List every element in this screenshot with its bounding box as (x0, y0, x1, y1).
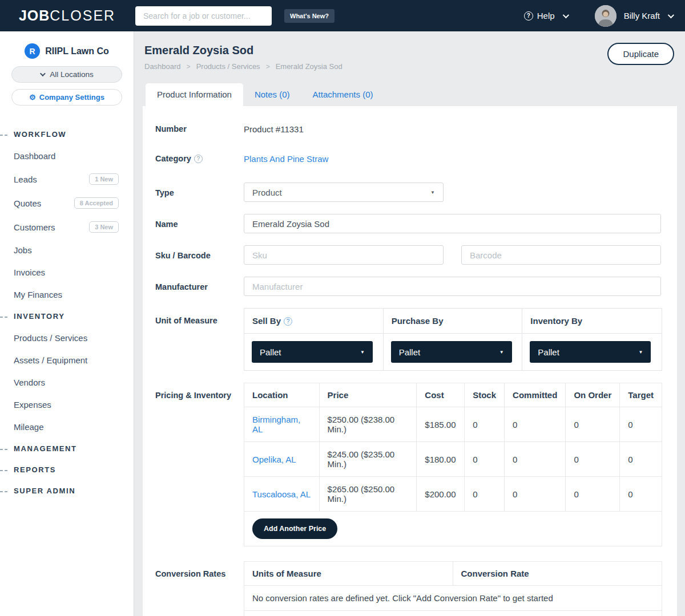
nav-label: Mileage (14, 422, 44, 432)
breadcrumb-separator-icon: > (187, 63, 191, 71)
sidebar-item-vendors[interactable]: Vendors (0, 371, 134, 394)
location-link[interactable]: Opelika, AL (252, 455, 296, 464)
global-search-input[interactable] (135, 6, 272, 26)
col-target: Target (620, 383, 662, 407)
nav-section-inventory[interactable]: INVENTORY (0, 306, 134, 327)
sidebar-item-invoices[interactable]: Invoices (0, 261, 134, 283)
tab-attachments[interactable]: Attachments (0) (301, 83, 385, 106)
nav-label: Leads (14, 175, 37, 184)
location-link[interactable]: Birmingham, AL (252, 415, 300, 434)
price-cell: $250.00 ($238.00 Min.) (319, 407, 417, 442)
sidebar-item-products-services[interactable]: Products / Services (0, 327, 134, 349)
sell-by-select[interactable]: Pallet ▼ (252, 341, 373, 363)
user-avatar (595, 5, 616, 27)
sidebar-item-quotes[interactable]: Quotes 8 Accepted (0, 191, 134, 215)
breadcrumb-dashboard[interactable]: Dashboard (144, 62, 181, 71)
purchase-by-header: Purchase By (384, 309, 523, 334)
tab-notes[interactable]: Notes (0) (243, 83, 301, 106)
purchase-by-select[interactable]: Pallet ▼ (391, 341, 512, 363)
sidebar-item-dashboard[interactable]: Dashboard (0, 145, 134, 167)
sell-by-help-icon[interactable]: ? (284, 317, 292, 326)
category-help-icon[interactable]: ? (194, 155, 203, 163)
field-row-unit-of-measure: Unit of Measure Sell By? Purchase By Inv… (155, 308, 661, 371)
manufacturer-label: Manufacturer (155, 277, 244, 293)
customers-badge: 3 New (89, 221, 119, 233)
stock-cell: 0 (465, 407, 505, 442)
company-settings-button[interactable]: ⚙ Company Settings (11, 89, 122, 106)
sidebar: R RIIPL Lawn Co All Locations ⚙ Company … (0, 31, 134, 616)
type-label: Type (155, 183, 244, 199)
manufacturer-input[interactable] (244, 277, 661, 296)
col-cost: Cost (417, 383, 465, 407)
sku-barcode-label: Sku / Barcode (155, 245, 244, 262)
target-cell: 0 (620, 442, 662, 477)
on-order-cell: 0 (566, 442, 620, 477)
chevron-down-icon (562, 11, 569, 18)
cost-cell: $180.00 (417, 442, 465, 477)
target-cell: 0 (620, 407, 662, 442)
unit-of-measure-table: Sell By? Purchase By Inventory By Pallet… (244, 308, 662, 371)
locations-selector[interactable]: All Locations (11, 66, 122, 83)
target-cell: 0 (620, 477, 662, 512)
number-label: Number (155, 123, 244, 135)
inventory-by-header: Inventory By (522, 309, 662, 334)
select-arrow-icon: ▼ (499, 350, 504, 355)
quotes-badge: 8 Accepted (74, 197, 119, 209)
purchase-by-value: Pallet (399, 347, 421, 357)
chevron-down-icon (668, 11, 674, 18)
sidebar-item-mileage[interactable]: Mileage (0, 416, 134, 438)
name-input[interactable] (244, 214, 661, 233)
help-menu[interactable]: ? Help (524, 11, 567, 21)
conversion-rates-label: Conversion Rates (155, 561, 244, 580)
cost-cell: $200.00 (417, 477, 465, 512)
whats-new-button[interactable]: What's New? (284, 9, 335, 23)
sidebar-item-customers[interactable]: Customers 3 New (0, 215, 134, 239)
nav-label: My Finances (14, 290, 62, 299)
sidebar-item-leads[interactable]: Leads 1 New (0, 167, 134, 191)
inventory-by-value: Pallet (538, 347, 559, 357)
on-order-cell: 0 (566, 477, 620, 512)
col-conversion-rate: Conversion Rate (453, 562, 662, 586)
nav-section-super-admin[interactable]: SUPER ADMIN (0, 480, 134, 501)
sidebar-item-assets-equipment[interactable]: Assets / Equipment (0, 349, 134, 371)
company-logo-icon: R (25, 43, 40, 59)
breadcrumb-products-services[interactable]: Products / Services (196, 62, 260, 71)
nav-section-workflow[interactable]: WORKFLOW (0, 124, 134, 145)
nav-label: Assets / Equipment (14, 355, 87, 365)
category-label: Category? (155, 153, 244, 165)
tab-product-information[interactable]: Product Information (146, 83, 243, 106)
breadcrumb-current: Emerald Zoysia Sod (276, 62, 342, 71)
top-bar: JOBCLOSER What's New? ? Help Billy (0, 0, 685, 31)
stock-cell: 0 (465, 442, 505, 477)
sidebar-item-my-finances[interactable]: My Finances (0, 283, 134, 306)
location-link[interactable]: Tuscaloosa, AL (252, 489, 311, 499)
type-select[interactable]: Product ▼ (244, 183, 444, 202)
user-menu[interactable]: Billy Kraft (595, 5, 672, 27)
category-label-text: Category (155, 154, 191, 163)
add-another-price-button[interactable]: Add Another Price (252, 518, 337, 539)
nav-section-reports[interactable]: REPORTS (0, 459, 134, 480)
inventory-by-select[interactable]: Pallet ▼ (530, 341, 651, 363)
company-name: RIIPL Lawn Co (45, 46, 109, 56)
sku-input[interactable] (244, 245, 444, 265)
col-committed: Committed (505, 383, 566, 407)
settings-label: Company Settings (39, 93, 104, 102)
type-select-value: Product (252, 188, 282, 197)
field-row-name: Name (155, 214, 661, 233)
sidebar-item-expenses[interactable]: Expenses (0, 394, 134, 416)
barcode-input[interactable] (461, 245, 661, 265)
name-label: Name (155, 214, 244, 230)
conversion-empty-message: No conversion rates are defined yet. Cli… (244, 586, 662, 611)
nav-section-management[interactable]: MANAGEMENT (0, 438, 134, 459)
sell-by-value: Pallet (260, 347, 281, 357)
select-arrow-icon: ▼ (430, 190, 435, 195)
category-value-link[interactable]: Plants And Pine Straw (244, 154, 328, 164)
duplicate-button[interactable]: Duplicate (607, 43, 674, 65)
select-arrow-icon: ▼ (638, 350, 643, 355)
sidebar-item-jobs[interactable]: Jobs (0, 239, 134, 261)
help-icon: ? (524, 11, 533, 21)
price-cell: $265.00 ($250.00 Min.) (319, 477, 417, 512)
nav-label: Dashboard (14, 151, 55, 161)
logo-bold: JOB (19, 7, 50, 23)
cost-cell: $185.00 (417, 407, 465, 442)
